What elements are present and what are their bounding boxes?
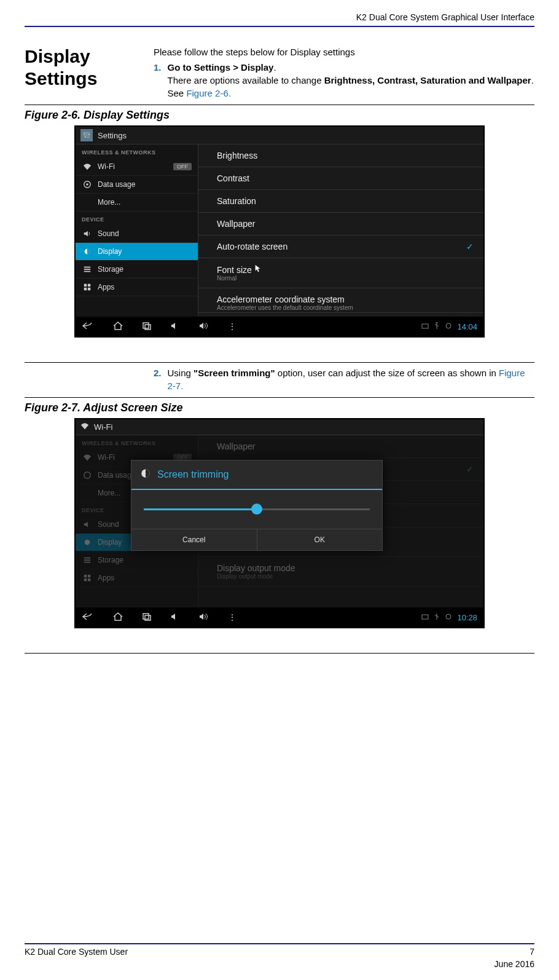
svg-rect-30 [143, 614, 149, 619]
nav-back-icon[interactable] [82, 322, 94, 332]
display-icon [82, 538, 93, 547]
wifi-icon [80, 422, 89, 432]
svg-rect-4 [85, 136, 87, 138]
checkbox-checked-icon: ✓ [466, 464, 474, 474]
nav-recent-icon[interactable] [142, 322, 152, 332]
footer-date: June 2016 [495, 959, 534, 969]
sidebar-label: Apps [98, 574, 114, 582]
status-debug-icon [445, 322, 452, 331]
svg-rect-0 [84, 133, 85, 134]
screenshot-screen-trimming: Wi-Fi WIRELESS & NETWORKS Wi-Fi OFF Data… [74, 418, 485, 628]
step-number: 1. [154, 61, 162, 100]
sidebar-label: Display [98, 247, 122, 256]
display-option-saturation[interactable]: Saturation [198, 190, 483, 213]
svg-rect-14 [84, 288, 87, 290]
sidebar-item-more[interactable]: More... [76, 194, 198, 211]
sidebar-label: Data usage [98, 471, 135, 480]
display-option-accel[interactable]: Accelerometer coordinate system Accelero… [198, 288, 483, 313]
cursor-icon [254, 264, 260, 272]
wifi-toggle[interactable]: OFF [173, 163, 192, 170]
svg-point-33 [446, 614, 451, 619]
apps-icon [82, 574, 93, 582]
nav-menu-icon[interactable]: ⋮ [228, 322, 237, 331]
section-title: Display Settings [25, 45, 135, 100]
intro-text: Please follow the steps below for Displa… [154, 45, 534, 58]
option-label: Accelerometer coordinate system [217, 294, 345, 304]
option-sublabel: Accelerometer uses the default coordinat… [217, 304, 474, 311]
svg-point-7 [86, 183, 88, 186]
display-option-fontsize[interactable]: Font size Normal [198, 258, 483, 288]
sidebar-label: Display [98, 538, 122, 547]
step1-body-bold: Brightness, Contrast, Saturation and Wal… [324, 75, 531, 85]
svg-rect-15 [88, 288, 90, 290]
display-option-wallpaper: Wallpaper [198, 435, 483, 458]
step1-dot: . [273, 62, 276, 73]
sidebar-label: Sound [98, 229, 119, 238]
svg-point-21 [85, 540, 90, 545]
option-sublabel: Normal [217, 275, 474, 282]
svg-rect-22 [84, 558, 91, 559]
sidebar-item-data[interactable]: Data usage [76, 176, 198, 194]
display-option-wallpaper[interactable]: Wallpaper [198, 213, 483, 235]
display-option-contrast[interactable]: Contrast [198, 167, 483, 190]
sidebar-label: Data usage [98, 180, 135, 189]
display-option-brightness[interactable]: Brightness [198, 144, 483, 167]
wifi-icon [82, 453, 93, 462]
nav-menu-icon[interactable]: ⋮ [228, 612, 237, 622]
nav-recent-icon[interactable] [142, 612, 152, 623]
svg-rect-13 [88, 284, 90, 286]
sidebar-item-storage[interactable]: Storage [76, 261, 198, 279]
nav-back-icon[interactable] [82, 612, 94, 623]
footer-left: K2 Dual Core System User [25, 947, 128, 957]
sidebar-header: WIRELESS & NETWORKS [76, 435, 198, 449]
status-notify-icon [421, 322, 429, 331]
svg-rect-26 [88, 575, 90, 577]
svg-rect-12 [84, 284, 87, 286]
sidebar-label: More... [98, 489, 120, 497]
wifi-icon [82, 162, 93, 171]
nav-volup-icon[interactable] [198, 612, 209, 623]
slider-thumb[interactable] [251, 504, 262, 515]
sidebar-label: More... [98, 198, 120, 207]
svg-point-20 [84, 472, 91, 479]
rule [25, 362, 534, 363]
ok-button[interactable]: OK [257, 529, 383, 550]
nav-volup-icon[interactable] [198, 322, 209, 332]
header-rule [25, 26, 534, 27]
cancel-button[interactable]: Cancel [131, 529, 257, 550]
option-label: Font size [217, 265, 252, 275]
sidebar-label: Sound [98, 520, 119, 529]
display-option-autorotate[interactable]: Auto-rotate screen ✓ [198, 235, 483, 258]
figure-link[interactable]: Figure 2-6. [186, 88, 231, 98]
svg-rect-28 [88, 579, 90, 581]
apps-icon [82, 283, 93, 291]
nav-voldown-icon[interactable] [170, 612, 180, 623]
nav-home-icon[interactable] [112, 612, 123, 623]
step1-body-a: There are options available to change [168, 75, 324, 85]
nav-home-icon[interactable] [112, 322, 123, 332]
trimming-slider[interactable] [144, 508, 370, 510]
page-footer: K2 Dual Core System User 7 June 2016 [25, 943, 534, 969]
sidebar-item-apps[interactable]: Apps [76, 279, 198, 296]
sidebar-item-wifi[interactable]: Wi-Fi OFF [76, 158, 198, 176]
sidebar-label: Wi-Fi [98, 162, 115, 171]
svg-rect-2 [84, 135, 88, 135]
sidebar-label: Wi-Fi [98, 453, 115, 462]
dialog-title: Screen trimming [157, 469, 229, 480]
sidebar-item-apps: Apps [76, 569, 198, 587]
rule [25, 653, 534, 654]
data-icon [82, 180, 93, 189]
svg-rect-27 [84, 579, 87, 581]
nav-voldown-icon[interactable] [170, 322, 180, 332]
display-icon [82, 247, 93, 256]
header-text: K2 Dual Core System Graphical User Inter… [25, 0, 534, 26]
screenshot-display-settings: Settings WIRELESS & NETWORKS Wi-Fi OFF D… [74, 125, 485, 338]
sidebar-item-sound[interactable]: Sound [76, 225, 198, 243]
status-usb-icon [434, 322, 440, 331]
sidebar-item-display[interactable]: Display [76, 243, 198, 261]
sound-icon [82, 229, 93, 238]
checkbox-checked-icon[interactable]: ✓ [466, 242, 474, 251]
option-label: Auto-rotate screen [217, 242, 287, 251]
data-icon [82, 471, 93, 480]
step2-a: Using [168, 368, 194, 378]
